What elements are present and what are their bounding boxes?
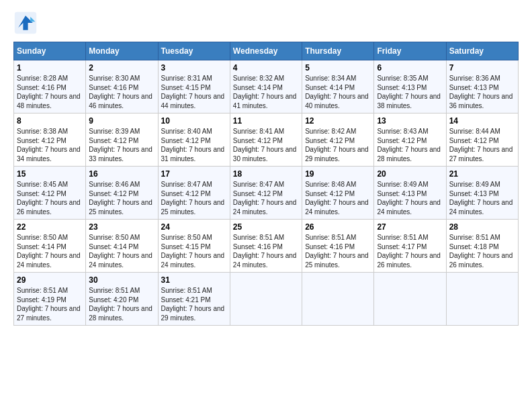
sunrise-label: Sunrise: <box>449 234 474 241</box>
day-number: 17 <box>161 169 227 179</box>
sunrise-label: Sunrise: <box>377 234 402 241</box>
week-row-5: 29 Sunrise: 8:51 AM Sunset: 4:19 PM Dayl… <box>14 273 519 326</box>
day-info: Sunrise: 8:47 AM Sunset: 4:12 PM Dayligh… <box>161 180 227 216</box>
day-info: Sunrise: 8:50 AM Sunset: 4:14 PM Dayligh… <box>17 233 83 269</box>
weekday-header-wednesday: Wednesday <box>230 42 302 60</box>
day-info: Sunrise: 8:38 AM Sunset: 4:12 PM Dayligh… <box>17 127 83 163</box>
daylight-label: Daylight: <box>305 252 331 259</box>
daylight-label: Daylight: <box>17 146 43 153</box>
day-cell: 5 Sunrise: 8:34 AM Sunset: 4:14 PM Dayli… <box>302 60 374 113</box>
daylight-label: Daylight: <box>89 305 115 312</box>
sunrise-label: Sunrise: <box>161 181 186 188</box>
sunset-label: Sunset: <box>449 84 472 91</box>
header <box>13 11 519 35</box>
day-number: 31 <box>161 275 227 285</box>
day-number: 13 <box>377 116 443 126</box>
day-number: 19 <box>305 169 371 179</box>
daylight-label: Daylight: <box>449 93 476 100</box>
page: SundayMondayTuesdayWednesdayThursdayFrid… <box>0 0 532 332</box>
sunset-label: Sunset: <box>449 190 472 197</box>
day-number: 28 <box>449 222 515 232</box>
day-number: 1 <box>17 63 83 73</box>
sunset-label: Sunset: <box>377 137 400 144</box>
day-info: Sunrise: 8:36 AM Sunset: 4:13 PM Dayligh… <box>449 74 515 110</box>
daylight-label: Daylight: <box>17 252 43 259</box>
weekday-header-sunday: Sunday <box>14 42 86 60</box>
day-number: 18 <box>233 169 299 179</box>
sunrise-label: Sunrise: <box>233 234 258 241</box>
day-info: Sunrise: 8:50 AM Sunset: 4:14 PM Dayligh… <box>89 233 154 269</box>
sunset-label: Sunset: <box>233 190 256 197</box>
sunset-label: Sunset: <box>233 243 256 250</box>
day-number: 12 <box>305 116 371 126</box>
daylight-label: Daylight: <box>17 93 43 100</box>
sunrise-label: Sunrise: <box>305 128 330 135</box>
day-cell: 23 Sunrise: 8:50 AM Sunset: 4:14 PM Dayl… <box>86 220 158 273</box>
day-number: 15 <box>17 169 83 179</box>
day-info: Sunrise: 8:51 AM Sunset: 4:21 PM Dayligh… <box>161 286 227 322</box>
day-cell: 18 Sunrise: 8:47 AM Sunset: 4:12 PM Dayl… <box>230 167 302 220</box>
day-cell: 11 Sunrise: 8:41 AM Sunset: 4:12 PM Dayl… <box>230 113 302 167</box>
sunrise-label: Sunrise: <box>89 234 114 241</box>
day-info: Sunrise: 8:42 AM Sunset: 4:12 PM Dayligh… <box>305 127 371 163</box>
sunset-label: Sunset: <box>305 137 328 144</box>
sunset-label: Sunset: <box>161 84 184 91</box>
sunrise-label: Sunrise: <box>449 75 474 82</box>
sunrise-label: Sunrise: <box>449 181 474 188</box>
day-info: Sunrise: 8:51 AM Sunset: 4:16 PM Dayligh… <box>233 233 299 269</box>
sunrise-label: Sunrise: <box>161 234 186 241</box>
daylight-label: Daylight: <box>305 146 331 153</box>
daylight-label: Daylight: <box>17 305 43 312</box>
sunrise-label: Sunrise: <box>305 234 330 241</box>
weekday-header-friday: Friday <box>374 42 446 60</box>
day-info: Sunrise: 8:46 AM Sunset: 4:12 PM Dayligh… <box>89 180 154 216</box>
day-info: Sunrise: 8:30 AM Sunset: 4:16 PM Dayligh… <box>89 74 154 110</box>
day-cell: 19 Sunrise: 8:48 AM Sunset: 4:12 PM Dayl… <box>302 167 374 220</box>
day-cell <box>374 273 446 326</box>
sunrise-label: Sunrise: <box>17 181 42 188</box>
day-cell: 12 Sunrise: 8:42 AM Sunset: 4:12 PM Dayl… <box>302 113 374 167</box>
weekday-header-saturday: Saturday <box>446 42 518 60</box>
day-info: Sunrise: 8:43 AM Sunset: 4:12 PM Dayligh… <box>377 127 443 163</box>
daylight-label: Daylight: <box>161 252 187 259</box>
daylight-label: Daylight: <box>449 252 476 259</box>
sunset-label: Sunset: <box>17 190 40 197</box>
sunset-label: Sunset: <box>17 137 40 144</box>
weekday-header-thursday: Thursday <box>302 42 374 60</box>
day-number: 29 <box>17 275 83 285</box>
daylight-label: Daylight: <box>305 199 331 206</box>
day-cell: 30 Sunrise: 8:51 AM Sunset: 4:20 PM Dayl… <box>86 273 158 326</box>
sunset-label: Sunset: <box>89 296 112 304</box>
sunset-label: Sunset: <box>17 243 40 250</box>
daylight-label: Daylight: <box>17 199 43 206</box>
weekday-header-monday: Monday <box>86 42 158 60</box>
day-number: 6 <box>377 63 443 73</box>
day-cell: 1 Sunrise: 8:28 AM Sunset: 4:16 PM Dayli… <box>14 60 86 113</box>
day-number: 2 <box>89 63 154 73</box>
sunset-label: Sunset: <box>161 137 184 144</box>
sunset-label: Sunset: <box>233 137 256 144</box>
daylight-label: Daylight: <box>89 146 115 153</box>
daylight-label: Daylight: <box>449 146 476 153</box>
day-cell: 26 Sunrise: 8:51 AM Sunset: 4:16 PM Dayl… <box>302 220 374 273</box>
day-info: Sunrise: 8:49 AM Sunset: 4:13 PM Dayligh… <box>449 180 515 216</box>
sunrise-label: Sunrise: <box>89 181 114 188</box>
sunrise-label: Sunrise: <box>89 128 114 135</box>
day-info: Sunrise: 8:44 AM Sunset: 4:12 PM Dayligh… <box>449 127 515 163</box>
weekday-header-tuesday: Tuesday <box>158 42 230 60</box>
sunset-label: Sunset: <box>305 190 328 197</box>
sunrise-label: Sunrise: <box>377 128 402 135</box>
day-cell: 6 Sunrise: 8:35 AM Sunset: 4:13 PM Dayli… <box>374 60 446 113</box>
sunrise-label: Sunrise: <box>161 287 186 294</box>
daylight-label: Daylight: <box>161 93 187 100</box>
daylight-label: Daylight: <box>89 93 115 100</box>
daylight-label: Daylight: <box>89 252 115 259</box>
sunset-label: Sunset: <box>17 84 40 91</box>
daylight-label: Daylight: <box>377 146 403 153</box>
day-cell: 22 Sunrise: 8:50 AM Sunset: 4:14 PM Dayl… <box>14 220 86 273</box>
sunrise-label: Sunrise: <box>17 75 42 82</box>
day-number: 24 <box>161 222 227 232</box>
day-info: Sunrise: 8:51 AM Sunset: 4:18 PM Dayligh… <box>449 233 515 269</box>
sunset-label: Sunset: <box>449 137 472 144</box>
day-cell: 31 Sunrise: 8:51 AM Sunset: 4:21 PM Dayl… <box>158 273 230 326</box>
